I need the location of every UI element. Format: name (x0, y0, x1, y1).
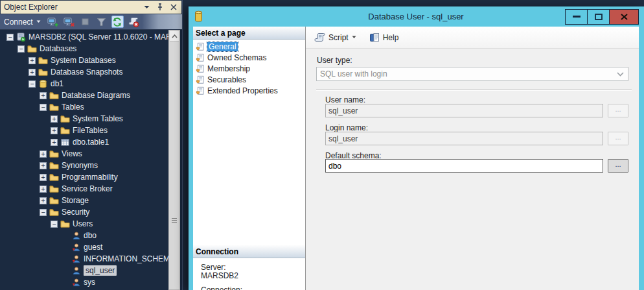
user-disabled-icon (71, 243, 81, 252)
connect-label: Connect (4, 18, 33, 27)
tree-item-database-diagrams[interactable]: +Database Diagrams (0, 90, 168, 101)
expand-icon[interactable]: + (40, 186, 47, 193)
default-schema-field[interactable] (325, 159, 603, 173)
object-explorer-panel: Object Explorer Connect −MARSDB2 (SQL Se… (0, 0, 183, 290)
tree-item-label: dbo.table1 (73, 138, 109, 147)
script-button[interactable]: Script (311, 30, 360, 44)
tree-item-system-tables[interactable]: +System Tables (0, 113, 168, 125)
folder-icon (49, 103, 59, 112)
tree-item-label: Tables (62, 103, 84, 112)
folder-icon (38, 67, 48, 77)
page-item-owned-schemas[interactable]: Owned Schemas (194, 52, 305, 63)
tree-item-users[interactable]: −Users (0, 218, 168, 230)
login-name-browse-button[interactable]: ... (608, 132, 628, 145)
maximize-icon[interactable] (587, 9, 610, 25)
window-position-menu-icon[interactable] (142, 3, 151, 12)
disconnect-icon (63, 17, 75, 27)
tree-item-security[interactable]: −Security (0, 206, 168, 218)
tree-item-marsdb2-sql-server-11-0-6020-marsd[interactable]: −MARSDB2 (SQL Server 11.0.6020 - MARSD (0, 31, 168, 43)
help-button[interactable]: Help (366, 30, 402, 44)
tree-item-information-schem[interactable]: INFORMATION_SCHEM (0, 253, 168, 265)
scrollbar-grip[interactable] (172, 218, 177, 224)
collapse-icon[interactable]: − (40, 104, 47, 111)
tree-item-db1[interactable]: −db1 (0, 78, 168, 90)
expand-icon[interactable]: + (40, 151, 47, 158)
user-name-field[interactable] (325, 104, 603, 117)
object-explorer-header[interactable]: Object Explorer (0, 0, 182, 14)
collapse-icon[interactable]: − (6, 34, 14, 41)
connect-server-button[interactable] (47, 16, 59, 28)
tree-item-label: Database Snapshots (51, 67, 122, 77)
pin-icon[interactable] (155, 3, 165, 12)
tree-item-guest[interactable]: guest (0, 241, 168, 253)
folder-icon (60, 114, 70, 124)
page-item-general[interactable]: General (194, 41, 305, 52)
minimize-icon[interactable] (565, 9, 588, 25)
expand-icon[interactable]: + (29, 69, 36, 76)
dialog-toolbar: Script Help (306, 27, 639, 49)
collapse-icon[interactable]: − (29, 80, 36, 88)
close-icon[interactable] (609, 9, 639, 25)
login-name-field[interactable] (325, 132, 603, 145)
tree-item-sys[interactable]: sys (0, 276, 168, 288)
page-icon (196, 64, 205, 73)
script-button[interactable] (128, 16, 140, 28)
user-name-browse-button[interactable]: ... (608, 104, 628, 117)
tree-item-label: Programmability (62, 173, 118, 182)
page-list: GeneralOwned SchemasMembershipSecurables… (194, 41, 305, 96)
disconnect-button[interactable] (63, 16, 75, 28)
help-icon (369, 32, 380, 42)
user-type-combobox[interactable]: SQL user with login (316, 67, 628, 81)
tree-item-sql-user[interactable]: sql_user (0, 265, 168, 276)
tree-item-synonyms[interactable]: +Synonyms (0, 160, 168, 171)
tree-item-label: Storage (62, 196, 89, 205)
expand-icon[interactable]: + (40, 174, 47, 181)
stop-button[interactable] (79, 16, 91, 28)
tree-item-service-broker[interactable]: +Service Broker (0, 183, 168, 195)
page-item-securables[interactable]: Securables (194, 74, 305, 85)
expand-icon[interactable]: + (51, 127, 58, 134)
tree-item-databases[interactable]: −Databases (0, 43, 168, 54)
tree-item-tables[interactable]: −Tables (0, 101, 168, 113)
connect-button[interactable]: Connect (4, 18, 41, 27)
tree-item-dbo[interactable]: dbo (0, 230, 168, 241)
expand-icon[interactable]: + (40, 162, 47, 169)
expand-icon[interactable]: + (40, 197, 47, 204)
expand-icon[interactable]: + (29, 57, 36, 64)
refresh-button[interactable] (111, 16, 124, 28)
filter-icon (97, 18, 106, 27)
expand-icon[interactable]: + (51, 139, 58, 146)
tree-item-storage[interactable]: +Storage (0, 195, 168, 206)
default-schema-browse-button[interactable]: ... (608, 159, 628, 173)
scroll-up-button[interactable] (170, 31, 179, 42)
folder-icon (49, 196, 59, 206)
close-icon[interactable] (169, 3, 178, 12)
expand-icon[interactable]: + (51, 115, 58, 123)
collapse-icon[interactable]: − (17, 45, 25, 53)
folder-icon (27, 44, 37, 54)
tree-item-label: System Tables (73, 114, 123, 123)
collapse-icon[interactable]: − (40, 209, 47, 216)
tree-scrollbar[interactable] (168, 30, 180, 290)
script-label: Script (328, 33, 349, 42)
page-item-label: Owned Schemas (207, 53, 266, 62)
tree-item-programmability[interactable]: +Programmability (0, 171, 168, 183)
folder-icon (49, 149, 59, 159)
tree-item-views[interactable]: +Views (0, 148, 168, 160)
tree-item-system-databases[interactable]: +System Databases (0, 54, 168, 66)
help-label: Help (383, 33, 399, 42)
group-separator (316, 90, 632, 91)
object-explorer-toolbar: Connect (0, 14, 182, 30)
user-name-label: User name: (325, 95, 365, 104)
page-item-extended-properties[interactable]: Extended Properties (194, 85, 305, 96)
collapse-icon[interactable]: − (51, 221, 58, 228)
tree-item-filetables[interactable]: +FileTables (0, 125, 168, 136)
page-item-membership[interactable]: Membership (194, 63, 305, 74)
table-icon (60, 138, 70, 147)
filter-button[interactable] (95, 16, 108, 28)
dialog-titlebar[interactable]: Database User - sql_user (193, 6, 639, 27)
expand-icon[interactable]: + (40, 92, 47, 99)
tree-item-label: System Databases (51, 56, 116, 65)
tree-item-database-snapshots[interactable]: +Database Snapshots (0, 66, 168, 78)
tree-item-dbo-table1[interactable]: +dbo.table1 (0, 136, 168, 148)
